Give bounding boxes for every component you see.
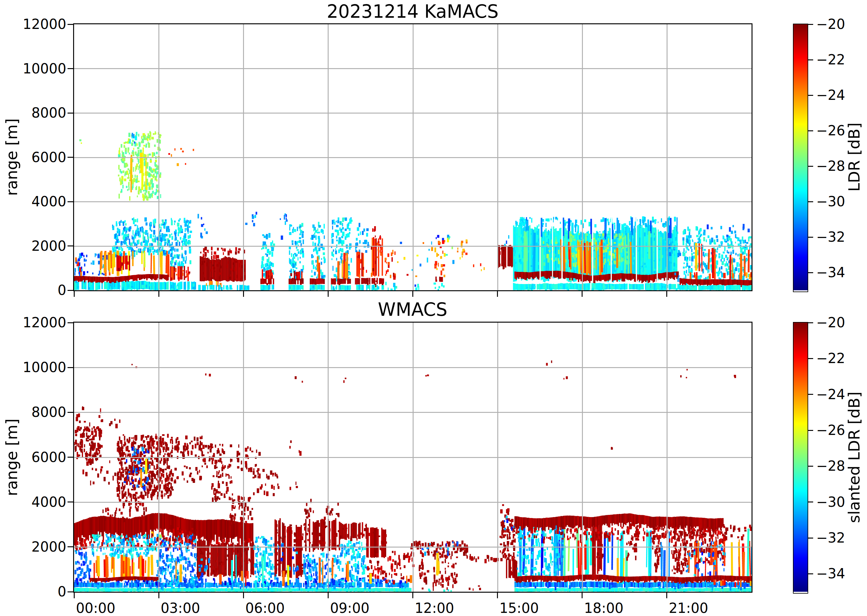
y-tick-label: 10000	[13, 359, 66, 376]
x-tick-label: 03:00	[160, 600, 200, 616]
y-tick-label: 8000	[13, 404, 66, 420]
x-tick-label: 18:00	[584, 600, 624, 616]
y-tick-mark	[68, 501, 73, 503]
y-tick-label: 6000	[13, 449, 66, 465]
panel-wmacs-title: WMACS	[226, 300, 600, 319]
y-tick-label: 10000	[13, 61, 66, 77]
wmacs-heatmap-canvas	[74, 323, 752, 592]
colorbar-tick-label: −26	[816, 422, 845, 438]
colorbar-tick-mark	[808, 237, 813, 238]
wmacs-colorbar-gradient	[793, 323, 807, 592]
colorbar-tick-label: −20	[816, 16, 845, 32]
colorbar-tick-label: −22	[816, 350, 845, 366]
colorbar-tick-mark	[808, 358, 813, 359]
panel-kamacs-title: 20231214 KaMACS	[226, 2, 600, 21]
colorbar-tick-label: −32	[816, 530, 845, 546]
colorbar-tick-mark	[808, 201, 813, 202]
y-tick-label: 2000	[13, 238, 66, 254]
y-tick-mark	[68, 457, 73, 458]
wmacs-colorbar-label: slanted LDR [dB]	[845, 364, 864, 551]
y-tick-mark	[68, 245, 73, 247]
colorbar-tick-mark	[808, 574, 813, 574]
colorbar-tick-label: −34	[816, 264, 845, 281]
y-tick-mark	[68, 322, 73, 323]
colorbar-tick-mark	[808, 24, 813, 25]
colorbar-tick-label: −34	[816, 566, 845, 582]
y-tick-mark	[68, 157, 73, 158]
x-tick-mark	[74, 291, 75, 297]
y-tick-mark	[68, 546, 73, 547]
colorbar-tick-label: −28	[816, 458, 845, 474]
x-tick-label: 09:00	[330, 600, 370, 616]
colorbar-tick-label: −20	[816, 314, 845, 331]
y-tick-label: 6000	[13, 149, 66, 165]
wmacs-heatmap-axes	[73, 322, 752, 592]
x-tick-mark	[412, 592, 413, 598]
x-tick-mark	[412, 291, 413, 297]
x-tick-mark	[328, 291, 329, 297]
x-tick-mark	[158, 592, 159, 598]
x-tick-mark	[328, 592, 329, 598]
colorbar-tick-label: −28	[816, 158, 845, 174]
y-tick-label: 0	[13, 584, 66, 600]
kamacs-colorbar	[793, 24, 808, 292]
y-tick-mark	[68, 290, 73, 291]
colorbar-tick-mark	[808, 95, 813, 96]
kamacs-colorbar-gradient	[793, 24, 807, 290]
wmacs-colorbar	[793, 322, 808, 594]
colorbar-tick-label: −30	[816, 193, 845, 210]
colorbar-tick-label: −30	[816, 494, 845, 510]
colorbar-tick-mark	[808, 130, 813, 131]
x-tick-label: 21:00	[669, 600, 708, 616]
y-tick-label: 4000	[13, 193, 66, 210]
x-tick-label: 06:00	[245, 600, 285, 616]
colorbar-tick-label: −24	[816, 387, 845, 402]
x-tick-mark	[243, 592, 244, 598]
y-tick-label: 12000	[13, 314, 66, 331]
y-tick-label: 8000	[13, 105, 66, 121]
x-tick-mark	[158, 291, 159, 297]
figure: { "chart_data": [ { "type": "heatmap", "…	[0, 0, 867, 616]
colorbar-tick-mark	[808, 501, 813, 503]
kamacs-heatmap-canvas	[74, 24, 752, 290]
x-tick-mark	[243, 291, 244, 297]
colorbar-tick-mark	[808, 166, 813, 167]
y-tick-mark	[68, 113, 73, 113]
x-tick-mark	[666, 592, 667, 598]
y-tick-label: 4000	[13, 494, 66, 510]
colorbar-tick-label: −24	[816, 87, 845, 103]
y-tick-mark	[68, 24, 73, 25]
colorbar-tick-mark	[808, 466, 813, 467]
y-tick-mark	[68, 591, 73, 592]
colorbar-tick-mark	[808, 394, 813, 395]
x-tick-mark	[74, 592, 75, 598]
kamacs-colorbar-label: LDR [dB]	[845, 64, 864, 250]
x-tick-mark	[582, 291, 582, 297]
x-tick-label: 12:00	[415, 600, 454, 616]
colorbar-tick-mark	[808, 430, 813, 431]
kamacs-heatmap-axes	[73, 24, 752, 291]
y-tick-mark	[68, 68, 73, 69]
x-tick-label: 15:00	[499, 600, 539, 616]
y-tick-mark	[68, 412, 73, 413]
colorbar-tick-mark	[808, 272, 813, 273]
colorbar-tick-mark	[808, 537, 813, 539]
y-tick-label: 0	[13, 282, 66, 299]
colorbar-tick-mark	[808, 60, 813, 60]
x-tick-mark	[497, 592, 498, 598]
x-tick-label: 00:00	[76, 600, 115, 616]
colorbar-tick-label: −32	[816, 229, 845, 245]
x-tick-mark	[497, 291, 498, 297]
y-tick-label: 12000	[13, 16, 66, 32]
x-tick-mark	[582, 592, 582, 598]
colorbar-tick-label: −22	[816, 52, 845, 68]
y-tick-mark	[68, 201, 73, 202]
colorbar-tick-mark	[808, 322, 813, 323]
x-tick-mark	[666, 291, 667, 297]
y-tick-mark	[68, 367, 73, 368]
colorbar-tick-label: −26	[816, 123, 845, 139]
y-tick-label: 2000	[13, 539, 66, 555]
